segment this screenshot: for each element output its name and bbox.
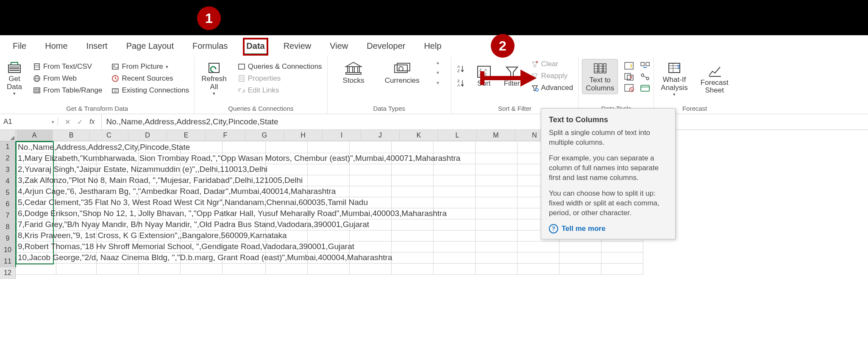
data-validation-icon[interactable] [624,84,634,92]
row-header[interactable]: 3 [0,164,16,176]
cell[interactable] [601,241,643,253]
column-header[interactable]: D [128,130,167,141]
column-header[interactable]: H [284,130,323,141]
row-header[interactable]: 5 [0,187,16,199]
chevron-down-icon[interactable]: ▾ [437,70,439,76]
cell[interactable] [476,197,517,208]
cell[interactable] [16,263,56,275]
name-box[interactable]: A1 ▾ [0,118,58,126]
advanced-filter-button[interactable]: Advanced [529,83,575,93]
cancel-icon[interactable]: ✕ [65,118,70,126]
cell[interactable] [434,230,476,241]
refresh-all-button[interactable]: Refresh All ▾ [198,59,230,98]
cell[interactable]: 2,Yuvaraj Singh,"Jaipur Estate, Nizammud… [16,164,56,175]
data-model-icon[interactable] [640,84,650,92]
tab-help[interactable]: Help [421,39,444,55]
cell[interactable] [476,153,517,164]
tab-insert[interactable]: Insert [84,39,110,55]
cell[interactable]: 3,Zak Alfonzo,"Plot No 8, Main Road, ","… [16,175,56,186]
more-icon[interactable]: ▾ [437,80,439,86]
cell[interactable] [434,263,476,275]
tab-review[interactable]: Review [281,39,314,55]
queries-connections-button[interactable]: Queries & Connections [236,62,324,72]
row-header[interactable]: 7 [0,210,16,222]
cell[interactable] [517,241,559,253]
cell[interactable] [559,241,601,253]
cell[interactable] [266,142,308,153]
text-to-columns-button[interactable]: Text to Columns [582,59,618,94]
cell[interactable] [476,175,517,186]
cell[interactable] [476,230,517,241]
cell[interactable] [559,263,601,275]
cell[interactable] [601,252,643,264]
cell[interactable] [56,263,97,275]
cell[interactable]: No.,Name,Address,Address2,City,Pincode,S… [16,142,56,153]
cell[interactable] [350,164,392,175]
sort-button[interactable]: ZAAZ Sort [473,63,495,90]
column-header[interactable]: C [90,130,128,141]
cell[interactable] [392,252,434,264]
cell[interactable] [476,142,517,153]
column-header[interactable]: G [245,130,284,141]
from-text-csv-button[interactable]: From Text/CSV [31,62,104,72]
cell[interactable] [392,230,434,241]
cell[interactable] [308,263,350,275]
fx-icon[interactable]: fx [89,118,95,126]
cell[interactable] [308,230,350,241]
row-header[interactable]: 12 [0,267,16,279]
cell[interactable]: 5,Cedar Clement,"35 Flat No 3, West Road… [16,197,56,208]
cell[interactable] [392,197,434,208]
forecast-sheet-button[interactable]: Forecast Sheet [697,62,732,96]
cell[interactable] [517,263,559,275]
column-header[interactable]: A [16,130,53,142]
cell[interactable] [139,263,181,275]
cell[interactable]: 7,Farid Grey,"B/h Nyay Mandir, B/h Nyay … [16,219,56,230]
from-web-button[interactable]: From Web [31,73,104,84]
cell[interactable] [350,186,392,197]
cell[interactable] [308,164,350,175]
cell[interactable] [434,197,476,208]
cell[interactable] [266,263,308,275]
recent-sources-button[interactable]: Recent Sources [110,73,191,84]
column-header[interactable]: M [477,130,515,141]
cell[interactable] [434,164,476,175]
tab-data[interactable]: Data [244,39,267,55]
cell[interactable] [350,241,392,253]
sort-za-button[interactable]: ZA [455,78,467,89]
cell[interactable] [434,142,476,153]
filter-button[interactable]: Filter [501,63,523,90]
row-header[interactable]: 1 [0,141,16,153]
cell[interactable] [308,142,350,153]
column-header[interactable]: K [400,130,438,141]
tab-page-layout[interactable]: Page Layout [124,39,176,55]
cell[interactable] [350,263,392,275]
row-header[interactable]: 9 [0,233,16,244]
row-header[interactable]: 8 [0,222,16,233]
cell[interactable] [392,263,434,275]
cell[interactable]: 9,Robert Thomas,"18 Hv Shroff Memorial S… [16,241,56,253]
cell[interactable]: 8,Kris Praveen,"9, 1st Cross, K G Extens… [16,230,56,241]
cell[interactable]: 10,Jacob George,"2/d, Naaz Cinema Bldg, … [16,252,56,264]
cell[interactable] [517,252,559,264]
from-table-range-button[interactable]: From Table/Range [31,85,104,95]
cell[interactable] [392,175,434,186]
cell[interactable] [392,219,434,230]
cell[interactable] [392,142,434,153]
remove-duplicates-icon[interactable] [624,73,634,81]
cell[interactable] [434,241,476,253]
chevron-up-icon[interactable]: ▴ [437,59,439,65]
cell[interactable] [476,219,517,230]
what-if-analysis-button[interactable]: ? What-If Analysis ▾ [657,59,691,99]
tab-view[interactable]: View [327,39,351,55]
cell[interactable] [476,186,517,197]
row-header[interactable]: 6 [0,199,16,210]
cell[interactable] [97,263,139,275]
cell[interactable] [434,186,476,197]
cell[interactable] [392,186,434,197]
cell[interactable] [392,241,434,253]
cell[interactable]: 6,Dodge Erikson,"Shop No 12, 1, Jolly Bh… [16,208,56,219]
column-header[interactable]: B [53,130,90,141]
tell-me-more-link[interactable]: ? Tell me more [549,224,668,234]
select-all-corner[interactable] [0,130,16,141]
tab-home[interactable]: Home [42,39,70,55]
